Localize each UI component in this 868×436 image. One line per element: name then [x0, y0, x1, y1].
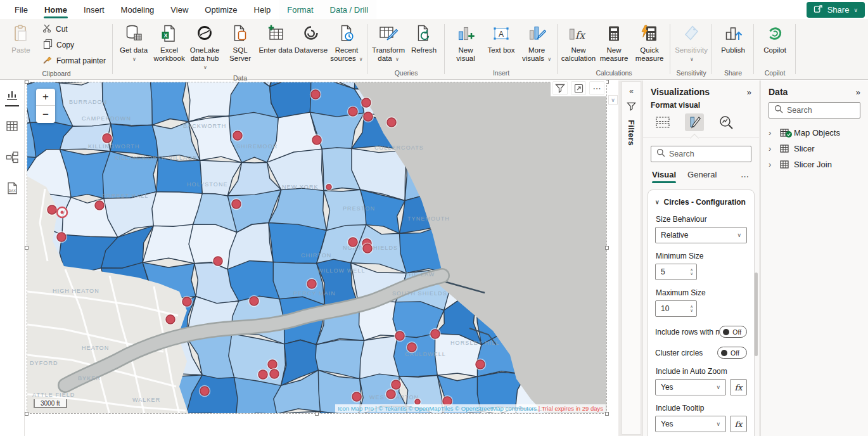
- model-view-button[interactable]: [4, 151, 20, 166]
- menu-item-view[interactable]: View: [162, 0, 196, 19]
- ribbon-button-publish[interactable]: Publish: [715, 21, 751, 56]
- map-data-point[interactable]: [56, 231, 67, 243]
- ribbon-button-onelake-data-hub[interactable]: OneLake data hub ∨: [187, 21, 222, 74]
- table-view-button[interactable]: [4, 120, 20, 135]
- ribbon-button-format-painter[interactable]: Format painter: [40, 54, 108, 67]
- format-search-input[interactable]: [669, 150, 746, 158]
- map-data-point[interactable]: [394, 330, 405, 342]
- map-data-point[interactable]: [231, 198, 242, 210]
- ribbon-button-get-data[interactable]: Get data ∨: [116, 21, 151, 65]
- map-data-point[interactable]: [181, 296, 193, 307]
- ribbon-button-cut[interactable]: Cut: [40, 23, 108, 35]
- map-data-point[interactable]: [361, 97, 372, 108]
- report-canvas[interactable]: BURRADONCAMPERDOWNKILLINGWORTHKILLINGWOR…: [25, 80, 618, 436]
- spinner-maximum-size[interactable]: 10∧∨: [655, 300, 697, 317]
- map-data-point[interactable]: [257, 369, 269, 380]
- format-tabs-more-icon[interactable]: ⋯: [741, 172, 750, 181]
- map-data-point[interactable]: [475, 359, 486, 370]
- resize-handle[interactable]: [25, 412, 29, 416]
- tree-expand-icon[interactable]: ›: [769, 144, 775, 153]
- map-data-point[interactable]: [232, 130, 243, 141]
- map-data-point[interactable]: [325, 183, 333, 191]
- resize-handle[interactable]: [605, 412, 609, 416]
- menu-item-insert[interactable]: Insert: [75, 0, 113, 19]
- ribbon-button-new-calculation[interactable]: fxNew calculation: [561, 21, 596, 65]
- map-data-point[interactable]: [101, 132, 113, 144]
- collapse-visualizations-icon[interactable]: »: [747, 87, 751, 97]
- more-options-icon[interactable]: ⋯: [589, 81, 604, 95]
- zoom-in-button[interactable]: +: [36, 89, 55, 106]
- map-data-point[interactable]: [385, 388, 397, 400]
- format-scrollbar[interactable]: [755, 272, 758, 356]
- resize-handle[interactable]: [605, 246, 609, 250]
- map-data-point[interactable]: [306, 278, 317, 290]
- spinner-arrows-icon[interactable]: ∧∨: [690, 268, 693, 276]
- ribbon-button-paste[interactable]: Paste: [3, 21, 39, 56]
- data-tree-item-slicer-join[interactable]: ›Slicer Join: [765, 157, 864, 172]
- map-data-point[interactable]: [248, 295, 260, 307]
- select-include-in-auto-zoom[interactable]: Yes∨: [655, 379, 726, 395]
- map-data-point[interactable]: [212, 255, 224, 267]
- dax-query-view-button[interactable]: DAX: [4, 182, 20, 197]
- menu-item-data-drill[interactable]: Data / Drill: [322, 0, 377, 19]
- map-data-point[interactable]: [269, 368, 280, 380]
- resize-handle[interactable]: [25, 80, 29, 84]
- menu-item-file[interactable]: File: [6, 0, 36, 19]
- map-data-point[interactable]: [362, 243, 373, 254]
- ribbon-button-text-box[interactable]: AText box: [483, 21, 519, 56]
- select-size-behaviour[interactable]: Relative∨: [655, 227, 747, 243]
- analytics-pane-icon[interactable]: [717, 113, 736, 131]
- select-include-tooltip[interactable]: Yes∨: [655, 416, 726, 432]
- ribbon-button-refresh[interactable]: Refresh: [406, 21, 442, 56]
- ribbon-button-new-measure[interactable]: New measure: [596, 21, 632, 65]
- data-tree-item-slicer[interactable]: ›Slicer: [765, 141, 864, 157]
- ribbon-button-quick-measure[interactable]: Quick measure: [632, 21, 667, 65]
- data-search-input[interactable]: [787, 106, 855, 115]
- toggle-cluster-circles[interactable]: Off: [717, 347, 747, 359]
- format-pane-icon[interactable]: [685, 113, 704, 131]
- map-data-point[interactable]: [310, 89, 321, 100]
- map-data-point[interactable]: [94, 200, 105, 211]
- ribbon-button-excel-workbook[interactable]: XExcel workbook: [151, 21, 187, 65]
- focus-mode-icon[interactable]: [571, 81, 586, 95]
- spinner-minimum-size[interactable]: 5∧∨: [655, 264, 697, 280]
- ribbon-button-new-visual[interactable]: New visual: [448, 21, 483, 65]
- collapse-data-icon[interactable]: »: [856, 87, 860, 97]
- map-data-point[interactable]: [347, 106, 359, 117]
- ribbon-button-sql-server[interactable]: SQL Server: [222, 21, 258, 65]
- ribbon-button-enter-data[interactable]: Enter data: [258, 21, 293, 56]
- menu-item-home[interactable]: Home: [36, 0, 75, 19]
- map-data-point[interactable]: [351, 391, 362, 402]
- menu-item-modeling[interactable]: Modeling: [113, 0, 163, 19]
- map-data-point[interactable]: [386, 117, 397, 128]
- ribbon-button-copilot[interactable]: Copilot: [757, 21, 793, 56]
- map-visual[interactable]: BURRADONCAMPERDOWNKILLINGWORTHKILLINGWOR…: [27, 82, 607, 414]
- ribbon-button-more-visuals[interactable]: More visuals ∨: [519, 21, 554, 65]
- map-data-point[interactable]: [362, 111, 374, 122]
- menu-item-format[interactable]: Format: [279, 0, 321, 19]
- choropleth-map[interactable]: BURRADONCAMPERDOWNKILLINGWORTHKILLINGWOR…: [27, 82, 606, 413]
- ribbon-button-copy[interactable]: Copy: [40, 38, 108, 51]
- spinner-arrows-icon[interactable]: ∧∨: [690, 305, 693, 312]
- fx-button-include-tooltip[interactable]: fx: [730, 416, 747, 432]
- tree-expand-icon[interactable]: ›: [769, 128, 775, 138]
- share-button[interactable]: Share ∨: [807, 2, 865, 18]
- map-data-point[interactable]: [199, 385, 210, 397]
- resize-handle[interactable]: [25, 246, 29, 250]
- attribution-text[interactable]: Icon Map Pro | © Tekantis © OpenMapTiles…: [338, 405, 537, 412]
- expand-filters-icon[interactable]: «: [629, 87, 634, 96]
- map-data-point[interactable]: [430, 328, 441, 340]
- map-data-point[interactable]: [46, 204, 58, 215]
- data-search[interactable]: [769, 102, 860, 119]
- fx-button-include-in-auto-zoom[interactable]: fx: [730, 379, 747, 395]
- ribbon-button-dataverse[interactable]: Dataverse: [293, 21, 329, 56]
- data-tree-item-map-objects[interactable]: ›Map Objects: [765, 125, 864, 141]
- map-data-point[interactable]: [406, 342, 418, 353]
- zoom-out-button[interactable]: −: [36, 106, 55, 123]
- filter-icon[interactable]: [552, 81, 568, 95]
- report-view-button[interactable]: [4, 89, 20, 104]
- map-data-point[interactable]: [311, 134, 322, 146]
- menu-item-help[interactable]: Help: [246, 0, 279, 19]
- ribbon-button-transform-data[interactable]: Transform data ∨: [371, 21, 406, 65]
- menu-item-optimize[interactable]: Optimize: [196, 0, 245, 19]
